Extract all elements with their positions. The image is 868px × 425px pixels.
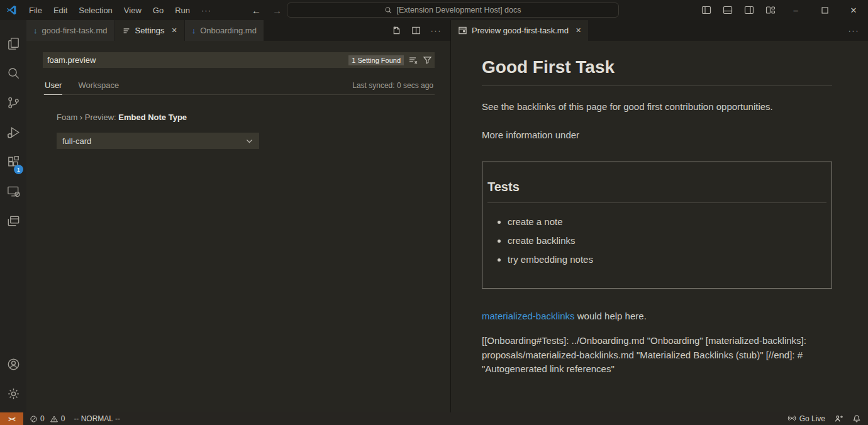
nav-back-icon[interactable]: ←	[246, 5, 267, 16]
setting-name-label: Embed Note Type	[118, 113, 187, 122]
menu-more-icon[interactable]: ···	[196, 6, 217, 15]
search-icon	[384, 6, 392, 14]
tab-preview-good-first-task[interactable]: Preview good-first-task.md ✕	[451, 20, 588, 41]
h2-rule	[487, 202, 826, 203]
run-debug-icon[interactable]	[0, 118, 26, 147]
menu-go[interactable]: Go	[147, 6, 169, 15]
open-settings-json-icon[interactable]	[392, 26, 401, 35]
explorer-icon[interactable]	[0, 29, 26, 58]
activity-bar: 1	[0, 20, 26, 412]
split-editor-icon[interactable]	[411, 26, 421, 35]
errors-icon	[30, 415, 38, 423]
tab-label: Preview good-first-task.md	[472, 26, 569, 35]
scope-tab-user[interactable]: User	[44, 78, 62, 95]
warnings-icon	[50, 415, 58, 423]
settings-list-icon	[122, 26, 131, 35]
window-minimize-button[interactable]: –	[781, 0, 810, 20]
list-item: try embedding notes	[508, 253, 826, 267]
notifications-bell-icon[interactable]	[852, 414, 861, 423]
last-synced-label: Last synced: 0 secs ago	[352, 81, 433, 94]
markdown-file-icon: ↓	[192, 26, 196, 35]
materialized-backlinks-link[interactable]: materialized-backlinks	[482, 311, 575, 321]
settings-result-count-badge: 1 Setting Found	[348, 55, 404, 65]
scope-tab-workspace[interactable]: Workspace	[77, 78, 120, 94]
remote-explorer-icon[interactable]	[0, 177, 26, 206]
tab-label: Onboarding.md	[200, 26, 257, 35]
list-item: create backlinks	[508, 234, 826, 248]
editor-more-actions-icon[interactable]: ···	[849, 26, 860, 35]
preview-paragraph: See the backlinks of this page for good …	[482, 100, 832, 114]
menu-run[interactable]: Run	[169, 6, 196, 15]
accounts-icon[interactable]	[0, 350, 26, 379]
command-center-search[interactable]: [Extension Development Host] docs	[287, 3, 619, 18]
toggle-panel-icon[interactable]	[717, 5, 738, 15]
filter-settings-icon[interactable]	[423, 55, 432, 65]
remote-indicator-button[interactable]: ><	[0, 412, 23, 425]
extensions-badge: 1	[14, 165, 23, 174]
toggle-secondary-sidebar-icon[interactable]	[738, 5, 760, 15]
vscode-logo-icon	[6, 4, 17, 16]
search-view-icon[interactable]	[0, 58, 26, 88]
go-live-button[interactable]: Go Live	[787, 414, 825, 423]
markdown-preview-pane: Preview good-first-task.md ✕ ··· Good Fi…	[451, 20, 868, 412]
window-close-button[interactable]: ✕	[839, 0, 868, 20]
markdown-file-icon: ↓	[33, 26, 38, 35]
manage-gear-icon[interactable]	[0, 379, 26, 409]
link-suffix-text: would help here.	[575, 311, 647, 321]
tab-close-icon[interactable]: ✕	[576, 26, 581, 35]
vim-mode-indicator[interactable]: -- NORMAL --	[74, 414, 120, 423]
extensions-icon[interactable]: 1	[0, 147, 26, 177]
settings-scope-tabs: User Workspace Last synced: 0 secs ago	[43, 78, 435, 95]
tab-label: good-first-task.md	[42, 26, 108, 35]
tab-close-icon[interactable]: ✕	[172, 26, 177, 35]
problems-status[interactable]: 0 0	[30, 414, 65, 423]
setting-embed-note-type: Foam › Preview: Embed Note Type full-car…	[57, 113, 435, 149]
window-maximize-button[interactable]	[810, 0, 839, 20]
markdown-preview-content: Good First Task See the backlinks of thi…	[451, 41, 868, 412]
chevron-down-icon	[245, 137, 253, 145]
warnings-count: 0	[61, 414, 65, 423]
clear-settings-search-icon[interactable]	[408, 55, 418, 65]
right-editor-tabbar: Preview good-first-task.md ✕ ···	[451, 20, 868, 41]
embedded-note-card: Tests create a note create backlinks try…	[482, 162, 832, 289]
link-references-paragraph: [[Onboarding#Tests]: ../Onboarding.md "O…	[482, 334, 832, 377]
menu-edit[interactable]: Edit	[48, 6, 73, 15]
list-item: create a note	[508, 215, 826, 229]
select-value: full-card	[62, 136, 91, 146]
preview-paragraph: More information under	[482, 128, 832, 142]
tab-good-first-task[interactable]: ↓ good-first-task.md	[26, 20, 114, 41]
source-control-icon[interactable]	[0, 88, 26, 118]
tab-label: Settings	[135, 26, 165, 35]
titlebar: File Edit Selection View Go Run ··· ← → …	[0, 0, 868, 20]
tab-settings[interactable]: Settings ✕	[115, 20, 184, 41]
markdown-preview-icon	[458, 26, 467, 35]
customize-layout-icon[interactable]	[760, 5, 781, 15]
menu-view[interactable]: View	[118, 6, 147, 15]
setting-category-label: Foam › Preview:	[57, 113, 118, 122]
embedded-note-title: Tests	[487, 178, 826, 196]
command-center-label: [Extension Development Host] docs	[396, 6, 521, 14]
menu-file[interactable]: File	[23, 6, 48, 15]
left-editor-tabbar: ↓ good-first-task.md Settings ✕ ↓ Onboar…	[26, 20, 450, 41]
status-bar: >< 0 0 -- NORMAL -- Go Live	[0, 412, 868, 425]
errors-count: 0	[40, 414, 45, 423]
h1-rule	[482, 86, 832, 86]
preview-link-line: materialized-backlinks would help here.	[482, 309, 832, 323]
go-live-label: Go Live	[799, 414, 825, 423]
feedback-icon[interactable]	[834, 414, 843, 423]
broadcast-icon	[787, 414, 796, 423]
preview-h1: Good First Task	[482, 55, 832, 80]
settings-editor-pane: ↓ good-first-task.md Settings ✕ ↓ Onboar…	[26, 20, 450, 412]
embedded-note-list: create a note create backlinks try embed…	[487, 215, 826, 266]
nav-forward-icon[interactable]: →	[267, 5, 287, 16]
toggle-sidebar-icon[interactable]	[696, 5, 717, 15]
menu-selection[interactable]: Selection	[73, 6, 118, 15]
editor-more-actions-icon[interactable]: ···	[431, 26, 442, 35]
tab-onboarding[interactable]: ↓ Onboarding.md	[185, 20, 264, 41]
embed-note-type-select[interactable]: full-card	[57, 133, 259, 149]
editor-layouts-icon[interactable]	[0, 206, 26, 236]
